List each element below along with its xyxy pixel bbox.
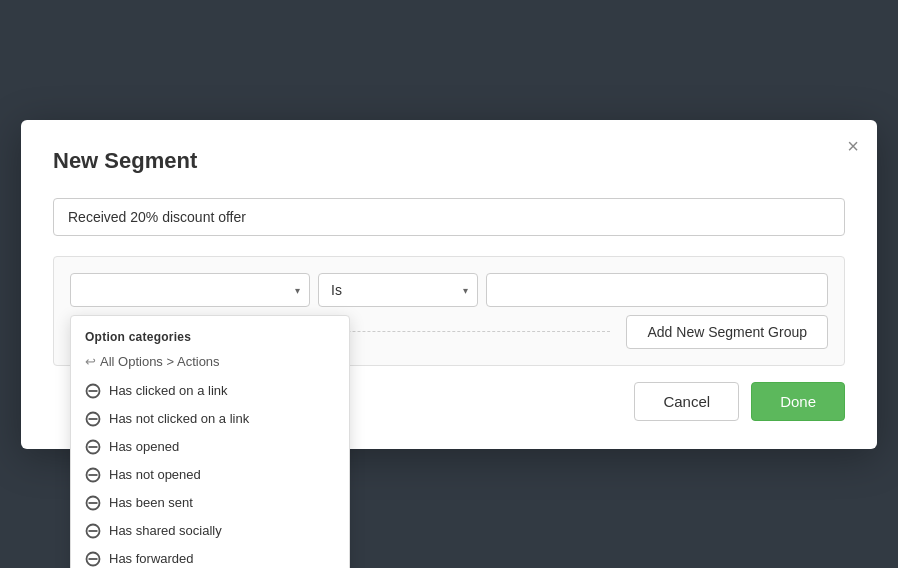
list-item[interactable]: Has not clicked on a link: [71, 405, 349, 433]
condition-dropdown-menu: Option categories ↩ All Options > Action…: [70, 315, 350, 569]
condition-select-wrapper[interactable]: ▾ Option categories ↩ All Options > Acti…: [70, 273, 310, 307]
ban-icon-6: [85, 551, 101, 567]
dropdown-item-label-2: Has opened: [109, 439, 179, 454]
new-segment-modal: × New Segment ▾ Option categories ↩: [21, 120, 877, 449]
back-arrow-icon: ↩: [85, 354, 96, 369]
condition-value-input[interactable]: [486, 273, 828, 307]
modal-overlay: × New Segment ▾ Option categories ↩: [0, 0, 898, 568]
ban-icon-3: [85, 467, 101, 483]
dropdown-back-label: All Options > Actions: [100, 354, 220, 369]
ban-icon-0: [85, 383, 101, 399]
dropdown-item-label-0: Has clicked on a link: [109, 383, 228, 398]
dropdown-item-label-5: Has shared socially: [109, 523, 222, 538]
dropdown-item-label-6: Has forwarded: [109, 551, 194, 566]
ban-icon-1: [85, 411, 101, 427]
list-item[interactable]: Has opened: [71, 433, 349, 461]
list-item[interactable]: Has forwarded: [71, 545, 349, 569]
list-item[interactable]: Has not opened: [71, 461, 349, 489]
ban-icon-5: [85, 523, 101, 539]
condition-select[interactable]: [70, 273, 310, 307]
ban-icon-2: [85, 439, 101, 455]
list-item[interactable]: Has shared socially: [71, 517, 349, 545]
segment-condition-row: ▾ Option categories ↩ All Options > Acti…: [70, 273, 828, 307]
ban-icon-4: [85, 495, 101, 511]
dropdown-item-label-3: Has not opened: [109, 467, 201, 482]
close-button[interactable]: ×: [847, 136, 859, 156]
done-button[interactable]: Done: [751, 382, 845, 421]
cancel-button[interactable]: Cancel: [634, 382, 739, 421]
list-item[interactable]: Has been sent: [71, 489, 349, 517]
is-select[interactable]: Is Is not: [318, 273, 478, 307]
dropdown-header: Option categories: [71, 324, 349, 350]
dropdown-back-item[interactable]: ↩ All Options > Actions: [71, 350, 349, 377]
list-item[interactable]: Has clicked on a link: [71, 377, 349, 405]
is-select-wrapper[interactable]: Is Is not ▾: [318, 273, 478, 307]
add-segment-group-button[interactable]: Add New Segment Group: [626, 315, 828, 349]
segment-name-input[interactable]: [53, 198, 845, 236]
modal-title: New Segment: [53, 148, 845, 174]
dropdown-item-label-1: Has not clicked on a link: [109, 411, 249, 426]
dropdown-item-label-4: Has been sent: [109, 495, 193, 510]
segment-group-box: ▾ Option categories ↩ All Options > Acti…: [53, 256, 845, 366]
